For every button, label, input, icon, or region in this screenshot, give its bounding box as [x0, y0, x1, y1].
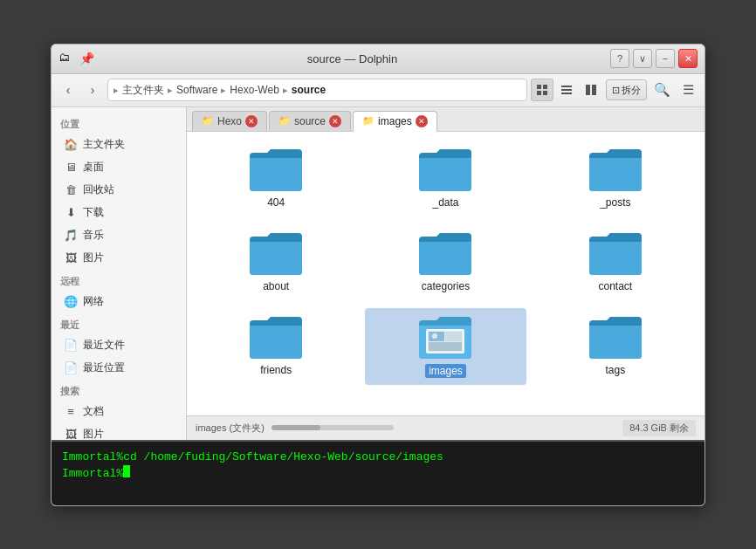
tab-hexo[interactable]: 📁 Hexo ✕ [192, 111, 267, 131]
disk-progress-fill [271, 425, 320, 430]
icon-view-button[interactable] [531, 79, 553, 101]
sidebar-item-search-images-label: 图片 [83, 427, 104, 440]
sidebar-item-pictures[interactable]: 🖼 图片 [55, 247, 182, 269]
network-icon: 🌐 [64, 295, 78, 308]
breadcrumb-arrow: ▸ [113, 85, 119, 96]
close-button[interactable]: ✕ [678, 49, 698, 68]
app-icon: 🗂 [58, 51, 74, 66]
breadcrumb-software[interactable]: Software [176, 84, 217, 96]
statusbar: images (文件夹) 84.3 GiB 剩余 [187, 415, 704, 440]
minimize-button[interactable]: − [656, 49, 675, 68]
forward-button[interactable]: › [81, 79, 104, 101]
window-title: source — Dolphin [100, 52, 605, 65]
split-button[interactable]: ⊡ 拆分 [606, 79, 647, 100]
svg-rect-13 [429, 342, 462, 351]
sidebar-item-desktop[interactable]: 🖥 桌面 [55, 156, 182, 178]
file-label-categories: categories [422, 280, 470, 292]
file-label-tags: tags [605, 364, 625, 376]
docs-search-icon: ≡ [64, 405, 78, 418]
folder-icon-404 [248, 148, 304, 193]
svg-rect-2 [537, 91, 541, 95]
split-view-button[interactable] [580, 79, 602, 101]
svg-rect-0 [537, 85, 541, 89]
view-buttons [531, 79, 602, 101]
music-icon: 🎵 [64, 229, 78, 242]
sidebar-item-home[interactable]: 🏠 主文件夹 [55, 134, 182, 155]
breadcrumb-source[interactable]: source [292, 84, 326, 96]
file-item-categories[interactable]: categories [365, 224, 526, 299]
svg-rect-12 [445, 332, 462, 341]
sidebar-item-search-images[interactable]: 🖼 图片 [55, 423, 182, 440]
menu-button[interactable]: ☰ [677, 79, 699, 101]
detail-view-button[interactable] [555, 79, 578, 101]
terminal-prompt-2: Immortal% [62, 465, 123, 483]
places-section-label: 位置 [52, 113, 186, 133]
sidebar-item-trash-label: 回收站 [83, 182, 114, 197]
sidebar-item-home-label: 主文件夹 [83, 137, 125, 152]
file-item-about[interactable]: about [196, 224, 356, 299]
file-label-_data: _data [432, 196, 458, 209]
breadcrumb: ▸ 主文件夹 ▸ Software ▸ Hexo-Web ▸ source [107, 79, 527, 101]
terminal-line-1: Immortal% cd /home/fuding/Software/Hexo-… [62, 449, 694, 466]
sidebar-item-trash[interactable]: 🗑 回收站 [55, 179, 182, 201]
tab-images-close[interactable]: ✕ [416, 115, 428, 127]
folder-icon-tags [588, 315, 643, 360]
folder-icon-contact [588, 231, 643, 277]
disk-progress [271, 425, 394, 430]
terminal-line-2: Immortal% [62, 465, 694, 483]
pin-icon: 📌 [79, 51, 94, 65]
file-area: 📁 Hexo ✕ 📁 source ✕ 📁 images ✕ [187, 107, 704, 440]
sidebar-item-downloads[interactable]: ⬇ 下载 [55, 202, 182, 223]
file-item-images[interactable]: images [365, 308, 526, 385]
tab-source[interactable]: 📁 source ✕ [269, 111, 351, 131]
breadcrumb-home[interactable]: 主文件夹 [122, 83, 164, 98]
back-button[interactable]: ‹ [57, 79, 79, 101]
free-space-label: 84.3 GiB 剩余 [622, 420, 696, 436]
tab-images-label: images [378, 115, 412, 127]
sidebar-item-recent-locations[interactable]: 📄 最近位置 [55, 357, 182, 379]
file-label-friends: friends [260, 364, 292, 376]
folder-icon-images [417, 315, 473, 360]
file-item-404[interactable]: 404 [196, 141, 356, 216]
split-icon: ⊡ [612, 85, 620, 96]
tab-images[interactable]: 📁 images ✕ [353, 111, 437, 132]
svg-rect-6 [561, 93, 572, 94]
tab-source-close[interactable]: ✕ [329, 115, 341, 127]
desktop-icon: 🖥 [64, 161, 78, 174]
file-item-_posts[interactable]: _posts [535, 141, 696, 216]
sidebar-item-recent-files[interactable]: 📄 最近文件 [55, 334, 182, 356]
breadcrumb-hexoweb[interactable]: Hexo-Web [230, 84, 278, 96]
sidebar-item-music[interactable]: 🎵 音乐 [55, 224, 182, 246]
nav-controls: ‹ › [57, 79, 104, 101]
dolphin-window: 🗂 📌 source — Dolphin ? ∨ − ✕ ‹ › ▸ 主文件夹 … [51, 44, 705, 506]
file-item-contact[interactable]: contact [535, 224, 696, 299]
sidebar-item-network-label: 网络 [83, 294, 104, 309]
file-item-tags[interactable]: tags [535, 308, 696, 385]
sidebar-item-desktop-label: 桌面 [83, 160, 104, 175]
sidebar: 位置 🏠 主文件夹 🖥 桌面 🗑 回收站 ⬇ 下载 🎵 音乐 [52, 107, 187, 440]
titlebar: 🗂 📌 source — Dolphin ? ∨ − ✕ [52, 45, 704, 74]
file-label-images: images [425, 364, 466, 378]
file-item-friends[interactable]: friends [196, 308, 356, 385]
chevron-button[interactable]: ∨ [633, 49, 652, 68]
status-label: images (文件夹) [196, 422, 265, 435]
tab-hexo-close[interactable]: ✕ [245, 115, 258, 127]
svg-rect-8 [592, 85, 596, 95]
help-button[interactable]: ? [610, 49, 629, 68]
search-button[interactable]: 🔍 [650, 79, 673, 101]
terminal: Immortal% cd /home/fuding/Software/Hexo-… [52, 440, 704, 505]
file-item-_data[interactable]: _data [365, 141, 526, 216]
file-grid: 404 _data _posts about categories contac… [187, 132, 704, 415]
sidebar-item-recent-files-label: 最近文件 [83, 338, 125, 353]
content-area: 位置 🏠 主文件夹 🖥 桌面 🗑 回收站 ⬇ 下载 🎵 音乐 [52, 107, 704, 440]
folder-icon-about [248, 231, 304, 277]
pictures-icon: 🖼 [64, 251, 78, 264]
window-controls: ? ∨ − ✕ [610, 49, 698, 68]
sidebar-item-network[interactable]: 🌐 网络 [55, 291, 182, 312]
tabs-bar: 📁 Hexo ✕ 📁 source ✕ 📁 images ✕ [187, 107, 704, 132]
sidebar-item-search-docs[interactable]: ≡ 文档 [55, 401, 182, 422]
split-label: 拆分 [622, 84, 641, 97]
breadcrumb-sep-1: ▸ [168, 85, 173, 96]
recent-files-icon: 📄 [64, 339, 78, 352]
search-section-label: 搜索 [52, 380, 186, 400]
